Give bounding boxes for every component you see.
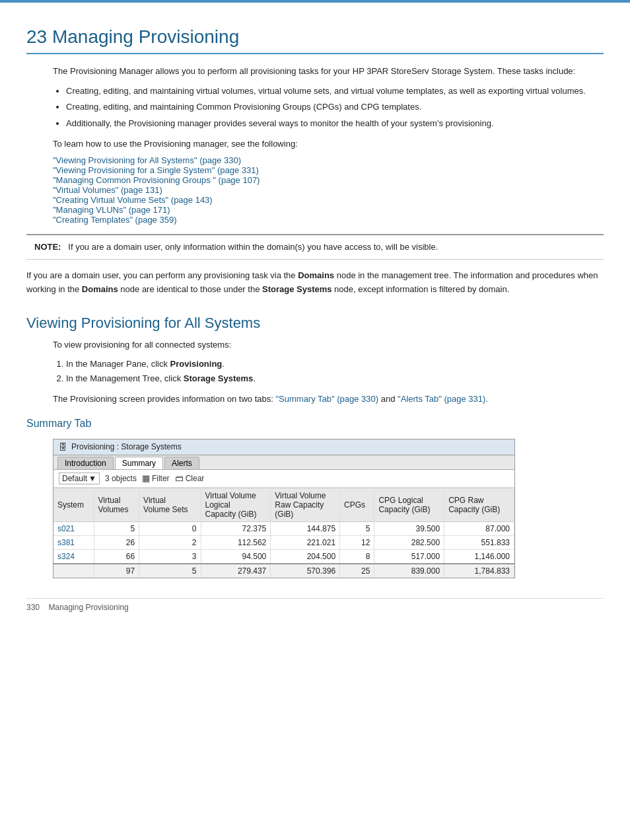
steps-intro: To view provisioning for all connected s…: [53, 338, 604, 352]
links-list: "Viewing Provisioning for All Systems" (…: [53, 155, 604, 225]
dropdown-value: Default: [62, 474, 87, 483]
cell-vv-logical: 94.500: [201, 549, 271, 564]
filter-label: Filter: [152, 474, 170, 483]
cell-system: s021: [53, 521, 94, 535]
cell-vv: 26: [94, 535, 139, 549]
cell-cpgs: 8: [340, 549, 374, 564]
cell-cpg-logical: 282.500: [374, 535, 444, 549]
screenshot-titlebar: 🗄 Provisioning : Storage Systems: [53, 439, 514, 455]
summary-tab-link[interactable]: "Summary Tab" (page 330): [275, 394, 378, 404]
cell-cpg-logical: 39.500: [374, 521, 444, 535]
link-item[interactable]: "Managing Common Provisioning Groups " (…: [53, 175, 604, 185]
cell-cpg-logical: 517.000: [374, 549, 444, 564]
total-label: [53, 564, 94, 578]
dropdown-filter[interactable]: Default ▼: [59, 473, 100, 484]
list-item: Creating, editing, and maintaining Commo…: [66, 100, 604, 114]
total-vv-logical: 279.437: [201, 564, 271, 578]
total-cpg-logical: 839.000: [374, 564, 444, 578]
clear-label: Clear: [186, 474, 205, 483]
total-cpg-raw: 1,784.833: [444, 564, 514, 578]
cell-cpg-raw: 1,146.000: [444, 549, 514, 564]
total-cpgs: 25: [340, 564, 374, 578]
total-vvs: 5: [139, 564, 201, 578]
cell-vvs: 2: [139, 535, 201, 549]
note-label: NOTE:: [34, 242, 61, 252]
table-row: s021 5 0 72.375 144.875 5 39.500 87.000: [53, 521, 514, 535]
page-footer: 330 Managing Provisioning: [26, 598, 604, 612]
col-cpg-logical: CPG LogicalCapacity (GiB): [374, 488, 444, 521]
footer-text: Managing Provisioning: [48, 603, 128, 612]
cell-cpg-raw: 87.000: [444, 521, 514, 535]
chapter-title: 23 Managing Provisioning: [26, 26, 604, 54]
cell-system: s381: [53, 535, 94, 549]
objects-count: 3 objects: [105, 474, 137, 483]
cell-vv: 66: [94, 549, 139, 564]
cell-vv-raw: 221.021: [271, 535, 340, 549]
subsection-title: Summary Tab: [26, 418, 604, 430]
tab-introduction[interactable]: Introduction: [57, 457, 114, 469]
link-item[interactable]: "Virtual Volumes" (page 131): [53, 185, 604, 195]
alerts-tab-link[interactable]: "Alerts Tab" (page 331).: [398, 394, 488, 404]
tab-alerts[interactable]: Alerts: [164, 457, 199, 469]
filter-button[interactable]: ▦ Filter: [142, 473, 170, 483]
col-vv-raw: Virtual VolumeRaw Capacity(GiB): [271, 488, 340, 521]
link-item[interactable]: "Managing VLUNs" (page 171): [53, 205, 604, 215]
cell-cpgs: 12: [340, 535, 374, 549]
learn-text: To learn how to use the Provisioning man…: [53, 137, 604, 151]
step-item: In the Management Tree, click Storage Sy…: [66, 371, 604, 386]
intro-paragraph: The Provisioning Manager allows you to p…: [53, 65, 604, 78]
col-vvs: VirtualVolume Sets: [139, 488, 201, 521]
cell-cpgs: 5: [340, 521, 374, 535]
steps-list: In the Manager Pane, click Provisioning.…: [66, 357, 604, 386]
screenshot-box: 🗄 Provisioning : Storage Systems Introdu…: [53, 439, 515, 578]
clear-button[interactable]: 🗃 Clear: [175, 473, 205, 483]
dropdown-arrow-icon: ▼: [88, 474, 96, 483]
list-item: Additionally, the Provisioning manager p…: [66, 117, 604, 131]
note-box: NOTE: If you are a domain user, only inf…: [26, 234, 604, 260]
bullet-list: Creating, editing, and maintaining virtu…: [66, 85, 604, 131]
clear-icon: 🗃: [175, 473, 184, 483]
col-vv-logical: Virtual VolumeLogicalCapacity (GiB): [201, 488, 271, 521]
cell-vv-raw: 204.500: [271, 549, 340, 564]
link-item[interactable]: "Creating Virtual Volume Sets" (page 143…: [53, 195, 604, 205]
page-number: 330: [26, 603, 40, 612]
cell-vv-logical: 112.562: [201, 535, 271, 549]
step-item: In the Manager Pane, click Provisioning.: [66, 357, 604, 371]
totals-row: 97 5 279.437 570.396 25 839.000 1,784.83…: [53, 564, 514, 578]
cell-cpg-raw: 551.833: [444, 535, 514, 549]
filter-icon: ▦: [142, 473, 150, 483]
col-cpg-raw: CPG RawCapacity (GiB): [444, 488, 514, 521]
domain-text: If you are a domain user, you can perfor…: [26, 269, 604, 297]
cell-vv-raw: 144.875: [271, 521, 340, 535]
data-table: System VirtualVolumes VirtualVolume Sets…: [53, 488, 514, 578]
total-vv: 97: [94, 564, 139, 578]
list-item: Creating, editing, and maintaining virtu…: [66, 85, 604, 98]
cell-vv: 5: [94, 521, 139, 535]
screenshot-toolbar: Default ▼ 3 objects ▦ Filter 🗃 Clear: [53, 470, 514, 488]
tab-summary[interactable]: Summary: [115, 457, 163, 469]
total-vv-raw: 570.396: [271, 564, 340, 578]
window-icon: 🗄: [59, 442, 67, 452]
table-row: s381 26 2 112.562 221.021 12 282.500 551…: [53, 535, 514, 549]
screenshot-title: Provisioning : Storage Systems: [71, 442, 182, 451]
col-cpgs: CPGs: [340, 488, 374, 521]
link-item[interactable]: "Viewing Provisioning for a Single Syste…: [53, 165, 604, 175]
section1-title: Viewing Provisioning for All Systems: [26, 315, 604, 332]
note-text: If you are a domain user, only informati…: [68, 242, 438, 252]
link-item[interactable]: "Creating Templates" (page 359): [53, 215, 604, 225]
col-system: System: [53, 488, 94, 521]
screenshot-tabs: Introduction Summary Alerts: [53, 455, 514, 470]
table-row: s324 66 3 94.500 204.500 8 517.000 1,146…: [53, 549, 514, 564]
link-item[interactable]: "Viewing Provisioning for All Systems" (…: [53, 155, 604, 165]
cell-system: s324: [53, 549, 94, 564]
cell-vvs: 0: [139, 521, 201, 535]
col-vv: VirtualVolumes: [94, 488, 139, 521]
cell-vv-logical: 72.375: [201, 521, 271, 535]
screen-text: The Provisioning screen provides informa…: [53, 393, 604, 406]
cell-vvs: 3: [139, 549, 201, 564]
